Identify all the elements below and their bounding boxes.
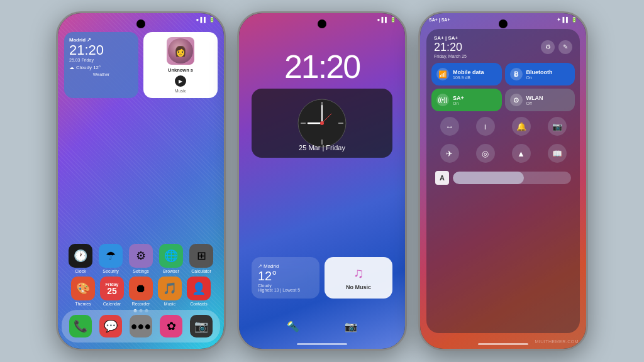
music-app-label: Music [164,302,175,306]
clock-icon: 🕐 [69,244,92,268]
lock-weather-widget[interactable]: ↗ Madrid 12° Cloudy Highest 13 | Lowest … [252,257,319,299]
song-title: Unknown s [168,67,193,73]
weather-icon: ☁ [69,65,74,70]
dock-phone[interactable]: 📞 [69,315,92,337]
music-widget[interactable]: 👩 Unknown s ▶ Music [143,32,218,98]
clock-widget: 25 Mar | Friday [252,89,392,158]
cc-tile-mobile[interactable]: 📶 Mobile data 109.9 dB [431,63,502,85]
status-left-3: SA+ | SA+ [429,18,450,22]
dock: 📞 💬 ●●● ✿ 📷 [62,310,220,343]
bluetooth-info: Bluetooth On [526,69,553,80]
camera-lock-button[interactable]: 📷 [341,316,361,336]
dock-camera[interactable]: 📷 [190,315,213,337]
control-center-bg: SA+ | SA+ ✦ ▌▌ 🔋 SA+ | SA+ 21:20 Friday,… [420,13,586,349]
cc-btn-bell[interactable]: 🔔 [512,117,531,136]
cc-btn-rotate[interactable]: ↔ [440,117,459,136]
themes-label: Themes [75,302,91,306]
app-security[interactable]: ☂ Security [99,244,123,273]
mobile-data-name: Mobile data [453,69,484,75]
lock-weather-detail: Highest 13 | Lowest 5 [258,288,313,292]
settings-label: Settings [133,269,148,273]
cc-btn-circle[interactable]: ◎ [476,144,495,163]
wlan-name: WLAN [526,95,543,101]
play-button[interactable]: ▶ [175,75,186,87]
app-browser[interactable]: 🌐 Browser [159,244,183,273]
home-indicator-3 [478,343,528,345]
calculator-label: Calculator [191,269,211,273]
app-settings[interactable]: ⚙ Settings [129,244,153,273]
security-label: Security [103,269,118,273]
clock-face [297,98,347,148]
dock-more[interactable]: ●●● [130,315,152,337]
cc-brightness-row: A [431,168,575,187]
contacts-icon: 👤 [187,277,211,300]
bluetooth-status: On [526,75,553,80]
control-center-panel: SA+ | SA+ 21:20 Friday, March 25 ⚙ ✎ 📶 [426,29,580,333]
cc-tile-bluetooth[interactable]: Ƀ Bluetooth On [505,63,575,85]
no-music-text: No Music [346,284,371,290]
home-indicator-2 [297,343,347,345]
cc-icon-row-2: ✈ ◎ ▲ 📖 [431,141,575,165]
flashlight-button[interactable]: 🔦 [283,316,303,336]
lock-weather-temp: 12° [258,269,313,283]
watermark: MIUITHEMER.COM [535,339,579,344]
cc-btn-info[interactable]: i [476,117,495,136]
cc-header-right: ⚙ ✎ [541,40,572,54]
dock-messages[interactable]: 💬 [99,315,122,337]
cc-btn-location[interactable]: ▲ [512,144,531,163]
cc-edit-btn[interactable]: ✎ [558,40,572,54]
lock-bottom-icons: 🔦 📷 [239,316,405,336]
recorder-label: Recorder [132,302,150,306]
cc-tile-sa[interactable]: ((•)) SA+ On [431,89,502,111]
calendar-label: Calendar [103,302,121,306]
wlan-info: WLAN Off [526,95,543,106]
app-themes[interactable]: 🎨 Themes [71,277,95,306]
lock-city-name: Madrid [264,263,279,269]
phone-2: ● ▌▌ 🔋 21:20 [237,11,407,351]
dock-flower[interactable]: ✿ [160,315,182,337]
svg-point-8 [320,121,324,125]
cc-tile-wlan[interactable]: ⊙ WLAN Off [505,89,575,111]
recorder-icon: ⏺ [129,277,153,300]
mobile-data-icon: 📶 [436,68,449,80]
weather-label: Weather [69,72,133,77]
app-calendar[interactable]: Friday 25 Calendar [100,277,124,306]
cc-date: Friday, March 25 [434,54,467,58]
calculator-icon: ⊞ [189,244,213,268]
widgets-row: Madrid ↗ 21:20 25.03 Friday ☁ Cloudy 12°… [64,32,218,98]
app-calculator[interactable]: ⊞ Calculator [189,244,213,273]
sa-status: On [453,101,464,106]
app-clock[interactable]: 🕐 Clock [69,244,92,273]
clock-label: Clock [75,269,86,273]
lock-music-icon: ♫ [353,265,364,282]
cc-btn-book[interactable]: 📖 [548,144,567,163]
contacts-label: Contacts [190,302,208,306]
music-app-icon: 🎵 [158,277,182,300]
cc-header-left: SA+ | SA+ 21:20 Friday, March 25 [434,35,467,58]
cc-btn-camera2[interactable]: 📷 [548,117,567,136]
app-music[interactable]: 🎵 Music [158,277,182,306]
lock-weather-desc: Cloudy [258,283,313,288]
app-contacts[interactable]: 👤 Contacts [187,277,211,306]
punch-hole [136,19,145,28]
app-recorder[interactable]: ⏺ Recorder [129,277,153,306]
lock-widgets: ↗ Madrid 12° Cloudy Highest 13 | Lowest … [252,257,392,299]
lock-music-widget[interactable]: ♫ No Music [325,257,392,299]
cc-settings-btn[interactable]: ⚙ [541,40,555,54]
weather-date: 25.03 Friday [69,58,133,62]
status-icons: ● ▌▌ 🔋 [196,17,215,23]
cc-icon-row-1: ↔ i 🔔 📷 [431,114,575,138]
phone-1: ● ▌▌ 🔋 Madrid ↗ 21:20 25.03 Friday ☁ Clo… [56,11,226,351]
cc-btn-airplane[interactable]: ✈ [440,144,459,163]
browser-label: Browser [163,269,179,273]
phone-3: SA+ | SA+ ✦ ▌▌ 🔋 SA+ | SA+ 21:20 Friday,… [418,11,588,351]
weather-widget[interactable]: Madrid ↗ 21:20 25.03 Friday ☁ Cloudy 12°… [64,32,138,98]
sa-name: SA+ [453,95,464,101]
lock-screen-bg: ● ▌▌ 🔋 21:20 [239,13,405,349]
clock-date: 25 Mar | Friday [252,144,392,151]
bluetooth-name: Bluetooth [526,69,553,75]
browser-icon: 🌐 [159,244,183,268]
status-right-2: ● ▌▌ 🔋 [377,17,396,23]
brightness-bar[interactable] [453,172,571,184]
status-right-3: ✦ ▌▌ 🔋 [557,17,577,23]
